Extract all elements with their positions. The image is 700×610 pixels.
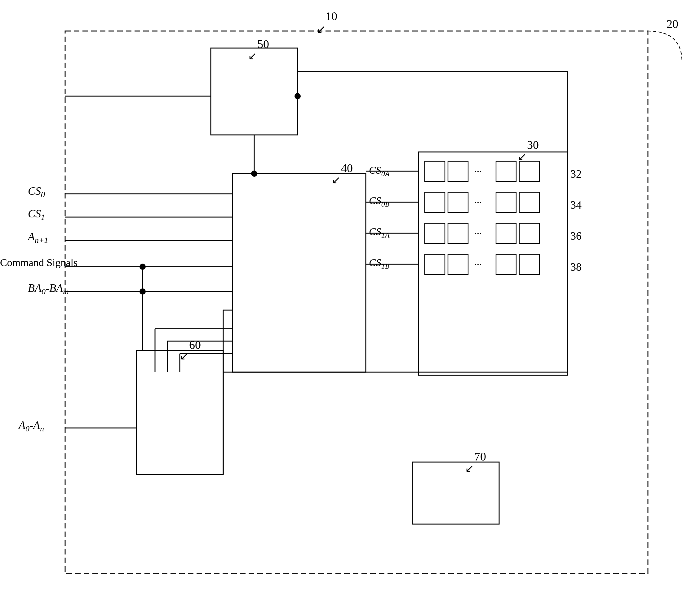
cell-32-1 <box>425 161 445 181</box>
ref-36-label: 36 <box>570 229 582 242</box>
dots-36: ··· <box>474 228 482 239</box>
ref-30-label: 30 <box>527 138 539 151</box>
cs1b-label: CS1B <box>369 257 389 270</box>
ref-60-arrow: ↙ <box>180 350 189 362</box>
cell-36-1 <box>425 223 445 243</box>
block-70 <box>412 462 499 524</box>
ref-20-label: 20 <box>667 17 678 31</box>
ref-30-arrow: ↙ <box>518 150 526 163</box>
ref-70-label: 70 <box>474 450 486 463</box>
block-30 <box>419 152 567 375</box>
cell-36-3 <box>496 223 516 243</box>
command-signals-label: Command Signals <box>0 257 78 269</box>
cell-34-4 <box>519 192 539 212</box>
circuit-svg <box>0 0 700 610</box>
an1-label: An+1 <box>28 230 48 245</box>
dot-40-entry <box>251 171 257 177</box>
ref-60-label: 60 <box>189 338 201 352</box>
cell-32-4 <box>519 161 539 181</box>
cell-38-1 <box>425 254 445 274</box>
ref-40-arrow: ↙ <box>332 174 340 186</box>
dots-34: ··· <box>474 197 482 208</box>
block-40 <box>232 174 366 372</box>
cell-38-2 <box>448 254 468 274</box>
diagram-container: 10 ↙ 20 50 ↙ 40 ↙ 30 ↙ 60 ↙ 70 ↙ CS0 CS1… <box>0 0 700 610</box>
cs1-label: CS1 <box>28 207 45 222</box>
cell-34-1 <box>425 192 445 212</box>
ref-38-label: 38 <box>570 260 582 274</box>
ref-34-label: 34 <box>570 198 582 211</box>
cell-34-2 <box>448 192 468 212</box>
ba-label: BA0-BAm <box>28 282 69 296</box>
ref20-curve <box>648 31 682 62</box>
ref-50-label: 50 <box>257 37 269 51</box>
system-boundary <box>65 31 648 574</box>
ref-50-arrow: ↙ <box>248 50 257 62</box>
cell-32-2 <box>448 161 468 181</box>
ref-40-label: 40 <box>341 161 353 175</box>
ref-10-arrow: ↙ <box>316 22 326 36</box>
ref-32-label: 32 <box>570 167 582 180</box>
a0an-label: A0-An <box>19 419 44 434</box>
ref-70-arrow: ↙ <box>465 462 474 475</box>
cs0b-label: CS0B <box>369 195 389 208</box>
cell-34-3 <box>496 192 516 212</box>
cell-32-3 <box>496 161 516 181</box>
cell-38-3 <box>496 254 516 274</box>
cs0-label: CS0 <box>28 184 45 199</box>
cell-38-4 <box>519 254 539 274</box>
cs1a-label: CS1A <box>369 226 389 239</box>
cell-36-2 <box>448 223 468 243</box>
ref-10-label: 10 <box>326 9 337 23</box>
cell-36-4 <box>519 223 539 243</box>
dots-32: ··· <box>474 166 482 177</box>
cs0a-label: CS0A <box>369 164 389 178</box>
dots-38: ··· <box>474 259 482 270</box>
